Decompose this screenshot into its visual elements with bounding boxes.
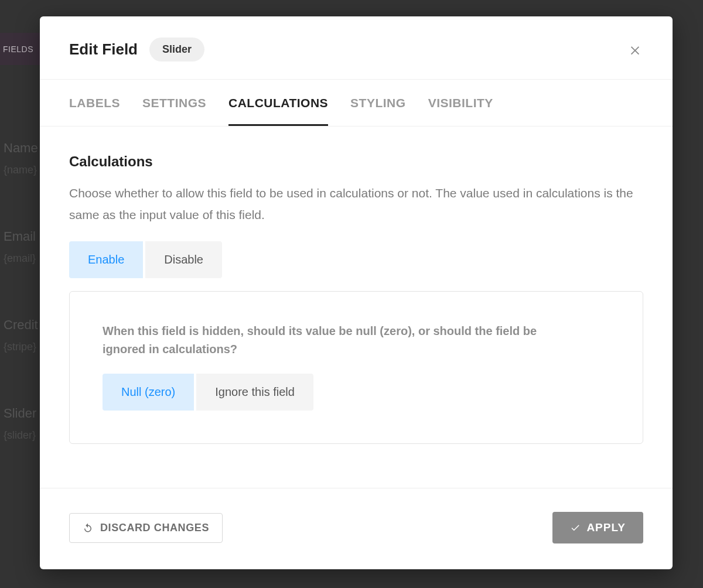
enable-option[interactable]: Enable — [69, 241, 143, 278]
hidden-behavior-toggle: Null (zero) Ignore this field — [103, 374, 313, 411]
apply-label: APPLY — [586, 521, 626, 534]
field-token: {email} — [4, 252, 45, 265]
modal-footer: DISCARD CHANGES APPLY — [40, 488, 673, 569]
field-token: {stripe} — [4, 341, 45, 353]
edit-field-modal: Edit Field Slider LABELS SETTINGS CALCUL… — [40, 16, 673, 569]
modal-header: Edit Field Slider — [40, 16, 673, 80]
list-item: Email {email} — [4, 229, 45, 265]
list-item: Credit {stripe} — [4, 317, 45, 353]
field-label: Credit — [4, 317, 45, 333]
list-item: Slider {slider} — [4, 406, 45, 442]
tab-settings[interactable]: SETTINGS — [142, 80, 206, 126]
undo-icon — [83, 522, 93, 533]
modal-body: Calculations Choose whether to allow thi… — [40, 127, 673, 488]
tab-styling[interactable]: STYLING — [350, 80, 406, 126]
modal-tabs: LABELS SETTINGS CALCULATIONS STYLING VIS… — [40, 80, 673, 127]
tab-labels[interactable]: LABELS — [69, 80, 120, 126]
hidden-behavior-question: When this field is hidden, should its va… — [103, 322, 583, 358]
background-field-list: Name {name} Email {email} Credit {stripe… — [4, 141, 45, 494]
tab-visibility[interactable]: VISIBILITY — [428, 80, 493, 126]
sidebar-tab-fields[interactable]: FIELDS — [0, 33, 41, 65]
tab-calculations[interactable]: CALCULATIONS — [228, 80, 328, 126]
enable-toggle: Enable Disable — [69, 241, 222, 278]
discard-label: DISCARD CHANGES — [100, 522, 209, 534]
section-heading: Calculations — [69, 153, 643, 170]
modal-title: Edit Field — [69, 40, 138, 59]
field-type-pill: Slider — [149, 37, 204, 61]
field-label: Slider — [4, 406, 45, 421]
field-token: {name} — [4, 164, 45, 176]
apply-button[interactable]: APPLY — [552, 512, 643, 543]
close-icon — [629, 43, 641, 56]
ignore-field-option[interactable]: Ignore this field — [196, 374, 313, 411]
discard-changes-button[interactable]: DISCARD CHANGES — [69, 513, 223, 543]
field-label: Email — [4, 229, 45, 244]
list-item: Name {name} — [4, 141, 45, 176]
check-icon — [570, 522, 581, 533]
close-button[interactable] — [627, 42, 643, 58]
null-zero-option[interactable]: Null (zero) — [103, 374, 194, 411]
hidden-behavior-panel: When this field is hidden, should its va… — [69, 291, 643, 444]
field-token: {slider} — [4, 429, 45, 442]
section-description: Choose whether to allow this field to be… — [69, 183, 643, 226]
disable-option[interactable]: Disable — [145, 241, 222, 278]
field-label: Name — [4, 141, 45, 156]
